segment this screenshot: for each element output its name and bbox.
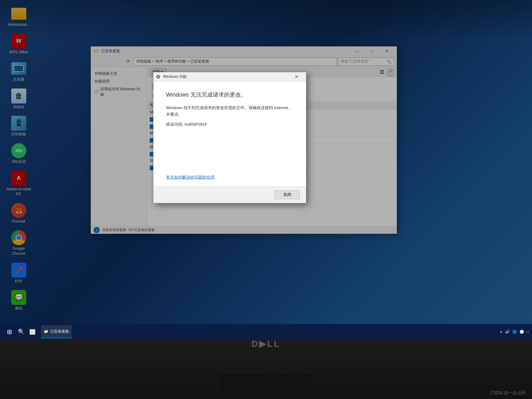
dialog-message: Windows 找不到完成请求的更改所需的文件。请确保连接到 Internet，…	[166, 105, 294, 118]
dialog-titlebar: ⚙ Windows 功能 ✕	[153, 72, 306, 82]
desktop: Administrat... W WPS Office 此电脑 🗑 回收站	[0, 0, 532, 399]
taskbar-clock[interactable]: 🕐	[519, 330, 524, 334]
windows-feature-dialog: ⚙ Windows 功能 ✕ Windows 无法完成请求的更改。 Window…	[153, 72, 306, 203]
dialog-title: Windows 功能	[163, 74, 287, 79]
taskbar-speaker-icon[interactable]: 🔊	[505, 330, 510, 334]
taskbar-network-status[interactable]: 🌐	[512, 330, 517, 334]
dialog-close-button[interactable]: ✕	[289, 72, 304, 82]
taskbar-right: ∧ 🔊 🌐 🕐 □	[500, 330, 529, 334]
taskbar: ⊞ 🔍 ⬜ 📁 已安装更新 ∧ 🔊 🌐 🕐 □	[0, 324, 532, 340]
dialog-help-link[interactable]: 有关如何解决此问题的信息	[166, 174, 294, 180]
taskbar-search-button[interactable]: 🔍	[16, 326, 27, 337]
dialog-footer: 关闭	[153, 186, 306, 203]
taskbar-explorer-label: 已安装更新	[50, 329, 69, 334]
taskbar-task-view-button[interactable]: ⬜	[27, 326, 38, 337]
dialog-body: Windows 无法完成请求的更改。 Windows 找不到完成请求的更改所需的…	[153, 82, 306, 186]
taskbar-network-icon[interactable]: ∧	[500, 330, 503, 334]
dialog-title-icon: ⚙	[156, 74, 160, 80]
taskbar-explorer-item[interactable]: 📁 已安装更新	[41, 325, 72, 338]
taskbar-explorer-icon: 📁	[44, 329, 48, 334]
taskbar-items: 📁 已安装更新	[41, 325, 500, 338]
dialog-error-code: 错误代码: 0x800F081F	[166, 122, 294, 127]
dialog-ok-button[interactable]: 关闭	[275, 190, 300, 199]
start-button[interactable]: ⊞	[3, 326, 16, 338]
dialog-heading: Windows 无法完成请求的更改。	[166, 91, 294, 98]
taskbar-notification-icon[interactable]: □	[527, 330, 529, 334]
